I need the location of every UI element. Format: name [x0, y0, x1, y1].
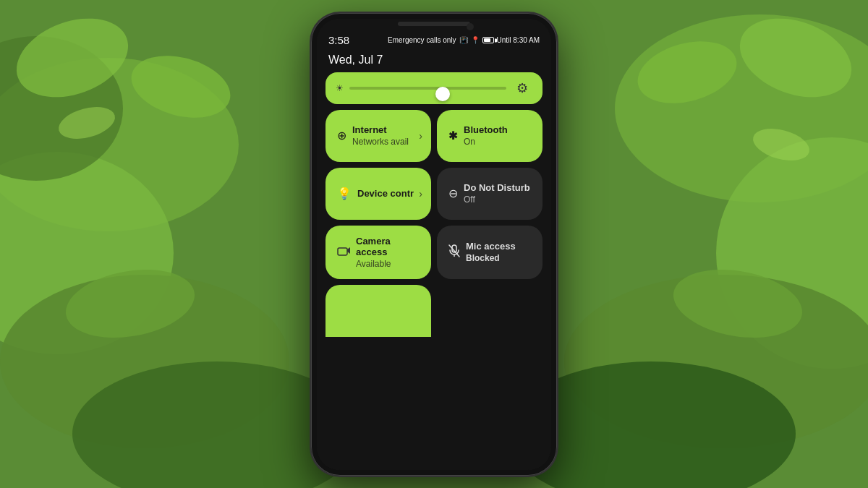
internet-sublabel: Networks avail — [352, 137, 409, 147]
partial-tile-row — [326, 285, 542, 337]
settings-gear-button[interactable]: ⚙ — [512, 78, 532, 98]
camera-access-tile[interactable]: Camera access Available — [326, 226, 431, 279]
do-not-disturb-tile[interactable]: ⊖ Do Not Disturb Off — [437, 168, 542, 220]
status-right-icons: Emergency calls only 📳 📍 Until 8:30 AM — [388, 36, 540, 44]
mic-blocked-icon — [448, 244, 460, 260]
partial-tile[interactable] — [326, 285, 431, 337]
phone-wrapper: 3:58 Emergency calls only 📳 📍 Until 8:30… — [311, 13, 557, 476]
internet-tile-header: ⊕ Internet Networks avail — [337, 124, 420, 147]
location-icon: 📍 — [471, 36, 480, 44]
camera-access-header: Camera access Available — [337, 236, 420, 269]
dnd-header: ⊖ Do Not Disturb Off — [448, 182, 531, 205]
internet-tile[interactable]: ⊕ Internet Networks avail › — [326, 110, 431, 162]
camera-access-sublabel: Available — [356, 259, 420, 269]
internet-chevron-icon: › — [419, 130, 422, 142]
quick-settings-grid: ⊕ Internet Networks avail › ✱ — [326, 110, 542, 279]
brightness-slider[interactable]: ☀ ⚙ — [326, 72, 542, 104]
screen-content: 3:58 Emergency calls only 📳 📍 Until 8:30… — [317, 19, 551, 470]
internet-label: Internet — [352, 124, 409, 136]
mic-access-tile[interactable]: Mic access Blocked — [437, 226, 542, 279]
phone-frame: 3:58 Emergency calls only 📳 📍 Until 8:30… — [311, 13, 557, 476]
gear-icon: ⚙ — [516, 80, 528, 96]
mic-access-header: Mic access Blocked — [448, 241, 531, 263]
internet-tile-text: Internet Networks avail — [352, 124, 409, 147]
status-bar: 3:58 Emergency calls only 📳 📍 Until 8:30… — [317, 30, 551, 51]
brightness-track[interactable] — [349, 87, 506, 90]
mic-access-label: Mic access — [466, 241, 516, 252]
battery-icon — [482, 37, 494, 43]
dnd-icon: ⊖ — [448, 187, 458, 200]
device-controls-label: Device contr — [357, 188, 414, 200]
status-time: 3:58 — [328, 34, 349, 46]
device-controls-tile[interactable]: 💡 Device contr › — [326, 168, 431, 220]
bluetooth-sublabel: On — [464, 137, 508, 147]
quick-settings-panel: ☀ ⚙ ⊕ — [317, 72, 551, 470]
bluetooth-tile-header: ✱ Bluetooth On — [448, 124, 531, 147]
bluetooth-tile-text: Bluetooth On — [464, 124, 508, 147]
date-text: Wed, Jul 7 — [328, 53, 383, 66]
emergency-calls-text: Emergency calls only — [388, 36, 456, 44]
camera-access-label: Camera access — [356, 236, 420, 258]
device-controls-text: Device contr — [357, 188, 414, 200]
svg-rect-18 — [338, 248, 347, 255]
dnd-text: Do Not Disturb Off — [464, 182, 530, 205]
bluetooth-label: Bluetooth — [464, 124, 508, 136]
device-controls-header: 💡 Device contr — [337, 187, 420, 200]
internet-icon: ⊕ — [337, 129, 346, 142]
dnd-sublabel: Off — [464, 194, 530, 205]
vibrate-icon: 📳 — [459, 36, 468, 44]
camera-icon — [337, 246, 350, 258]
mic-access-text: Mic access Blocked — [466, 241, 516, 263]
bluetooth-tile[interactable]: ✱ Bluetooth On — [437, 110, 542, 162]
brightness-thumb[interactable] — [435, 87, 450, 101]
mic-access-sublabel: Blocked — [466, 253, 516, 263]
brightness-low-icon: ☀ — [336, 83, 344, 93]
until-text: Until 8:30 AM — [497, 36, 540, 44]
device-controls-icon: 💡 — [337, 187, 352, 200]
date-display: Wed, Jul 7 — [317, 51, 551, 72]
device-controls-chevron-icon: › — [419, 188, 422, 200]
camera-access-text: Camera access Available — [356, 236, 420, 269]
phone-screen: 3:58 Emergency calls only 📳 📍 Until 8:30… — [317, 19, 551, 470]
bluetooth-icon: ✱ — [448, 129, 458, 142]
dnd-label: Do Not Disturb — [464, 182, 530, 194]
